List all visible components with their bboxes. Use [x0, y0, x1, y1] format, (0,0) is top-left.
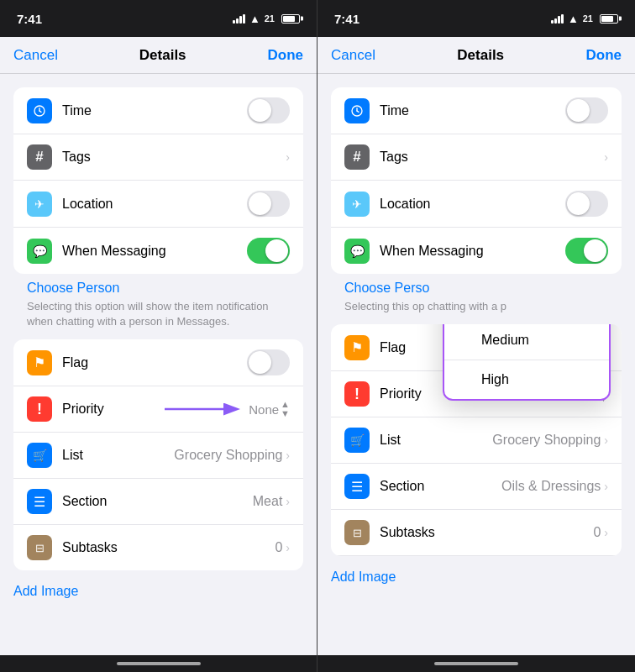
- nav-title-right: Details: [457, 47, 504, 64]
- location-toggle-right[interactable]: [565, 191, 608, 217]
- cancel-button-left[interactable]: Cancel: [13, 47, 58, 64]
- add-image-button-left[interactable]: Add Image: [13, 584, 78, 598]
- time-label-right: Time: [380, 103, 565, 118]
- list-chevron-left: ›: [286, 449, 290, 462]
- status-bar-right: 7:41 ▲ 21: [318, 0, 635, 37]
- subtasks-label-left: Subtasks: [62, 540, 275, 555]
- signal-icon-right: [551, 14, 564, 24]
- when-messaging-icon-right: 💬: [344, 239, 370, 264]
- time-label-left: Time: [62, 103, 247, 118]
- subtasks-value-left: 0: [275, 540, 282, 555]
- when-messaging-label-right: When Messaging: [380, 244, 565, 259]
- priority-value-left[interactable]: None ▲ ▼: [249, 400, 290, 418]
- subtasks-value-right: 0: [593, 525, 601, 540]
- location-row-right: ✈ Location: [331, 181, 622, 228]
- battery-text-left: 21: [265, 13, 275, 24]
- section-value-right: Oils & Dressings: [501, 479, 601, 494]
- group2-right: ⚑ Flag ! Priority None ▲ ▼: [331, 324, 622, 556]
- when-messaging-toggle-left[interactable]: [247, 238, 290, 264]
- status-icons-left: ▲ 21: [233, 13, 300, 25]
- location-label-left: Location: [62, 197, 247, 212]
- time-row-left: Time: [13, 87, 303, 134]
- wifi-icon-right: ▲: [568, 13, 579, 25]
- list-icon-left: 🛒: [27, 443, 52, 468]
- nav-bar-left: Cancel Details Done: [0, 37, 317, 74]
- svg-line-7: [357, 111, 359, 112]
- choose-person-link-left[interactable]: Choose Person: [13, 274, 133, 302]
- nav-bar-right: Cancel Details Done: [318, 37, 635, 74]
- list-label-left: List: [62, 448, 174, 463]
- subtasks-chevron-left: ›: [286, 541, 290, 554]
- list-row-right[interactable]: 🛒 List Grocery Shopping ›: [331, 417, 622, 464]
- flag-icon-left: ⚑: [27, 350, 52, 375]
- battery-icon-right: [600, 14, 618, 24]
- dropdown-medium-label: Medium: [481, 333, 529, 348]
- location-icon-right: ✈: [344, 192, 370, 217]
- group1-left: Time # Tags › ✈ Location 💬: [13, 87, 303, 274]
- time-icon-right: [344, 98, 370, 123]
- tags-chevron-right: ›: [604, 150, 608, 164]
- status-icons-right: ▲ 21: [551, 13, 618, 25]
- nav-title-left: Details: [139, 47, 186, 64]
- list-icon-right: 🛒: [344, 428, 370, 453]
- section-row-right[interactable]: ☰ Section Oils & Dressings ›: [331, 464, 622, 510]
- svg-line-2: [39, 111, 41, 112]
- tags-row-left[interactable]: # Tags ›: [13, 134, 303, 181]
- dropdown-high[interactable]: High: [444, 360, 609, 399]
- tags-row-right[interactable]: # Tags ›: [331, 134, 622, 181]
- location-toggle-left[interactable]: [247, 191, 290, 217]
- tags-label-left: Tags: [62, 150, 286, 165]
- flag-row-left: ⚑ Flag: [13, 339, 303, 386]
- done-button-left[interactable]: Done: [267, 47, 303, 64]
- location-label-right: Location: [380, 197, 565, 212]
- list-value-right: Grocery Shopping: [492, 433, 601, 448]
- dropdown-high-label: High: [481, 372, 509, 387]
- group2-left: ⚑ Flag ! Priority: [13, 339, 303, 570]
- add-image-button-right[interactable]: Add Image: [331, 570, 396, 584]
- time-icon-left: [27, 98, 52, 123]
- list-value-left: Grocery Shopping: [174, 448, 282, 463]
- section-chevron-right: ›: [604, 480, 608, 493]
- section-row-left[interactable]: ☰ Section Meat ›: [13, 479, 303, 525]
- status-bar-left: 7:41 ▲ 21: [0, 0, 317, 37]
- content-left: Time # Tags › ✈ Location 💬: [0, 74, 317, 655]
- dropdown-medium[interactable]: Medium: [444, 324, 609, 360]
- purple-arrow-annotation: [160, 396, 253, 422]
- tags-label-right: Tags: [380, 150, 604, 165]
- content-right: Time # Tags › ✈ Location 💬: [318, 74, 635, 655]
- tags-chevron-left: ›: [286, 150, 290, 164]
- cancel-button-right[interactable]: Cancel: [331, 47, 375, 64]
- subtasks-icon-right: ⊟: [344, 520, 370, 545]
- battery-icon-left: [281, 14, 300, 24]
- time-toggle-left[interactable]: [247, 97, 290, 123]
- when-messaging-label-left: When Messaging: [62, 244, 247, 259]
- location-row-left: ✈ Location: [13, 181, 303, 228]
- phone-right: 7:41 ▲ 21 Cancel Details Done: [318, 0, 635, 672]
- section-label-right: Section: [380, 479, 501, 494]
- wifi-icon-left: ▲: [249, 13, 260, 25]
- tags-icon-right: #: [344, 144, 370, 170]
- flag-toggle-left[interactable]: [247, 349, 290, 375]
- location-icon-left: ✈: [27, 192, 52, 217]
- section-value-left: Meat: [253, 494, 283, 509]
- when-messaging-toggle-right[interactable]: [565, 238, 608, 264]
- choose-person-section-right: Choose Perso Selecting this op chatting …: [331, 281, 622, 324]
- subtasks-label-right: Subtasks: [380, 525, 593, 540]
- add-image-section-right: Add Image: [331, 570, 622, 585]
- priority-icon-right: !: [344, 381, 370, 407]
- priority-dropdown: ✓ None Low Medium High: [443, 324, 611, 401]
- list-row-left[interactable]: 🛒 List Grocery Shopping ›: [13, 433, 303, 479]
- subtasks-icon-left: ⊟: [27, 535, 52, 560]
- done-button-right[interactable]: Done: [585, 47, 622, 64]
- home-indicator-left: [0, 655, 317, 672]
- choose-person-section-left: Choose Person Selecting this option will…: [13, 281, 303, 339]
- subtasks-row-right[interactable]: ⊟ Subtasks 0 ›: [331, 510, 622, 556]
- priority-row-left[interactable]: ! Priority None ▲ ▼: [13, 386, 303, 433]
- subtasks-row-left[interactable]: ⊟ Subtasks 0 ›: [13, 525, 303, 570]
- status-time-left: 7:41: [17, 12, 42, 26]
- time-toggle-right[interactable]: [565, 97, 608, 123]
- section-chevron-left: ›: [286, 495, 290, 508]
- status-time-right: 7:41: [334, 12, 359, 26]
- section-icon-left: ☰: [27, 489, 52, 514]
- when-messaging-icon-left: 💬: [27, 239, 52, 264]
